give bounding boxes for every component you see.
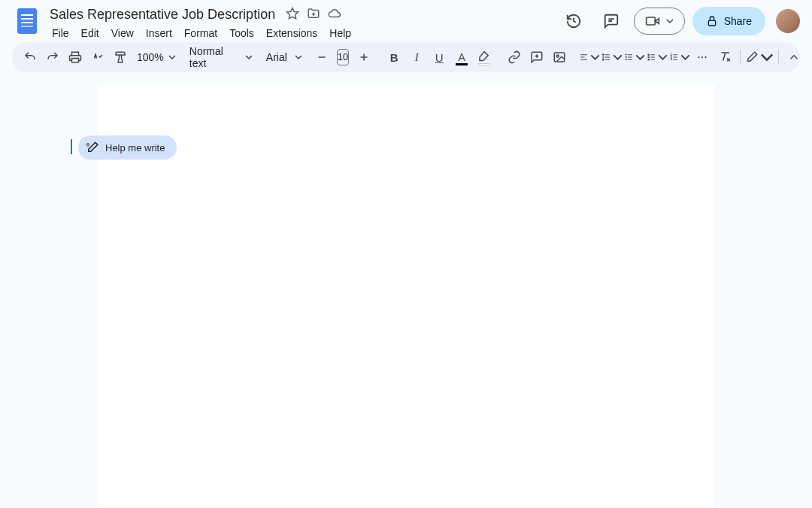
highlight-button[interactable] [474,47,495,68]
avatar[interactable] [776,9,800,33]
print-button[interactable] [65,47,86,68]
pencil-sparkle-icon [86,141,99,154]
bold-button[interactable]: B [383,47,404,68]
italic-button[interactable]: I [406,47,427,68]
svg-point-12 [701,56,703,58]
toolbar: 100% Normal text Arial 10 B I U A 123 [12,42,800,72]
history-button[interactable] [559,6,589,36]
menu-view[interactable]: View [106,25,139,41]
star-icon[interactable] [286,7,299,23]
svg-text:3: 3 [671,58,672,61]
collapse-toolbar-button[interactable] [783,47,804,68]
style-value: Normal text [185,45,245,69]
svg-point-4 [557,55,559,57]
comment-button[interactable] [596,6,626,36]
svg-point-6 [648,56,650,58]
menu-edit[interactable]: Edit [76,25,105,41]
svg-point-13 [705,56,707,58]
lock-icon [706,15,718,27]
menu-file[interactable]: File [47,25,74,41]
svg-point-11 [698,56,700,58]
styles-dropdown[interactable]: Normal text [185,45,253,69]
docs-logo-icon [17,8,37,34]
help-me-write-label: Help me write [105,142,165,154]
font-value: Arial [262,51,295,63]
text-color-button[interactable]: A [451,47,472,68]
clear-format-button[interactable] [714,47,735,68]
checklist-button[interactable] [624,47,645,68]
docs-logo-button[interactable] [12,6,42,36]
image-button[interactable] [549,47,570,68]
paint-format-button[interactable] [110,47,131,68]
zoom-value: 100% [132,51,168,63]
header-bar: Sales Representative Job Description Fil… [0,0,812,42]
line-spacing-button[interactable] [601,47,623,68]
link-button[interactable] [504,47,525,68]
menu-help[interactable]: Help [324,25,356,41]
share-label: Share [724,15,752,27]
document-title[interactable]: Sales Representative Job Description [47,6,278,23]
svg-point-5 [648,54,650,56]
numbered-list-button[interactable]: 123 [669,47,690,68]
more-button[interactable] [692,47,713,68]
document-page[interactable] [98,84,714,506]
move-icon[interactable] [307,7,320,23]
underline-button[interactable]: U [429,47,450,68]
menu-tools[interactable]: Tools [224,25,259,41]
text-cursor [71,139,72,154]
svg-rect-2 [72,59,79,62]
chevron-down-icon [666,17,674,25]
title-area: Sales Representative Job Description Fil… [47,6,356,41]
spellcheck-button[interactable] [87,47,108,68]
svg-rect-0 [646,17,655,25]
font-size-input[interactable]: 10 [337,49,349,65]
undo-button[interactable] [20,47,41,68]
svg-rect-1 [708,20,715,26]
redo-button[interactable] [42,47,63,68]
share-button[interactable]: Share [692,7,765,35]
bullet-list-button[interactable] [647,47,668,68]
zoom-dropdown[interactable]: 100% [132,51,176,63]
menu-extensions[interactable]: Extensions [261,25,323,41]
svg-point-7 [648,59,650,60]
menu-bar: File Edit View Insert Format Tools Exten… [47,25,356,41]
font-dropdown[interactable]: Arial [262,51,302,63]
meet-button[interactable] [634,8,685,35]
add-comment-button[interactable] [526,47,547,68]
menu-format[interactable]: Format [179,25,223,41]
menu-insert[interactable]: Insert [141,25,177,41]
increase-font-button[interactable] [353,47,374,68]
help-me-write-chip[interactable]: Help me write [78,135,177,160]
align-button[interactable] [579,47,600,68]
cloud-status-icon[interactable] [328,7,341,23]
decrease-font-button[interactable] [311,47,332,68]
editing-mode-button[interactable] [745,47,774,68]
